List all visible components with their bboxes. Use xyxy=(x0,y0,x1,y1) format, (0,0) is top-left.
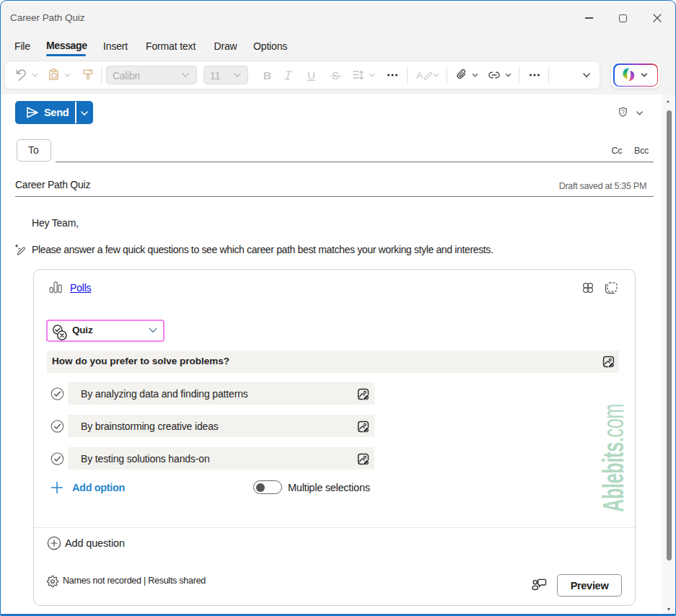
svg-text:?: ? xyxy=(621,108,625,115)
